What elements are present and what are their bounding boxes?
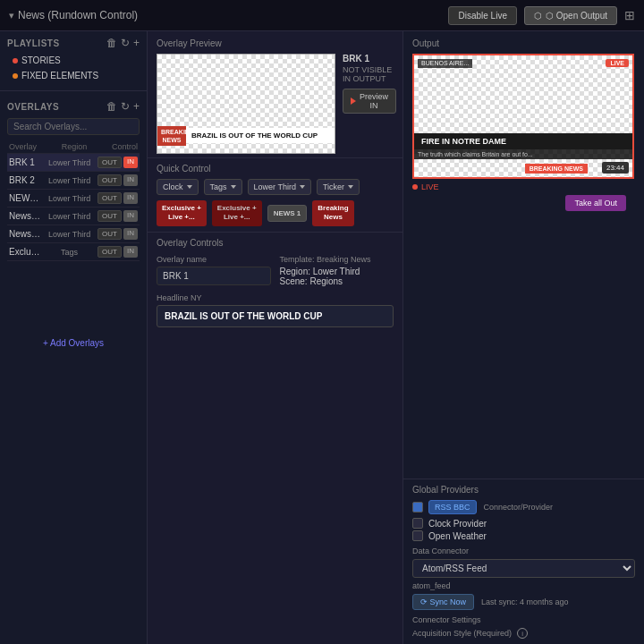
ticker-label: Ticker xyxy=(323,182,344,191)
fire-headline: FIRE IN NOTRE DAME xyxy=(414,133,632,149)
overlay-row-name: News Update xyxy=(9,229,41,239)
clock-dropdown[interactable]: Clock xyxy=(157,179,199,195)
main-layout: Playlists 🗑 ↻ + STORIES FIXED ELEMENTS O… xyxy=(0,31,644,644)
window-title: News (Rundown Control) xyxy=(18,9,138,21)
live-dot xyxy=(412,184,418,190)
out-badge[interactable]: OUT xyxy=(97,174,122,186)
weather-checkbox[interactable] xyxy=(412,530,423,541)
stories-label: STORIES xyxy=(21,55,61,65)
refresh-icon[interactable]: ↻ xyxy=(121,37,130,49)
delete-icon[interactable]: 🗑 xyxy=(106,37,117,49)
sidebar-item-fixed-elements[interactable]: FIXED ELEMENTS xyxy=(7,68,140,83)
add-playlist-icon[interactable]: + xyxy=(133,37,140,49)
top-bar-actions: Disable Live ⬡ ⬡ Open Output ⊞ xyxy=(448,6,635,25)
info-icon[interactable]: i xyxy=(517,628,528,639)
in-badge[interactable]: IN xyxy=(123,157,138,168)
refresh-overlay-icon[interactable]: ↻ xyxy=(121,100,130,113)
preview-item-title: BRK 1 xyxy=(343,54,396,64)
col-overlay: Overlay xyxy=(9,142,37,151)
in-badge[interactable]: IN xyxy=(123,210,138,222)
form-row-name: Overlay name Template: Breaking News Reg… xyxy=(157,255,394,286)
overlay-row-name: BRK 1 xyxy=(9,157,41,167)
in-badge[interactable]: IN xyxy=(123,246,138,258)
tags-dropdown[interactable]: Tags xyxy=(204,179,242,195)
template-label: Template: Breaking News xyxy=(280,255,394,264)
delete-overlay-icon[interactable]: 🗑 xyxy=(106,100,117,113)
live-badge: LIVE xyxy=(606,59,629,67)
search-overlays-input[interactable] xyxy=(7,118,140,135)
add-overlay-icon[interactable]: + xyxy=(133,100,140,113)
quick-control-label: Quick Control xyxy=(157,164,394,174)
rss-badge: RSS BBC xyxy=(428,500,477,514)
table-row[interactable]: News Update Lower Third OUT IN xyxy=(7,225,140,243)
chevron-down-icon xyxy=(231,185,236,189)
overlay-row-region: Lower Third xyxy=(45,158,94,167)
tags-group: Tags xyxy=(204,179,242,195)
global-providers-label: Global Providers xyxy=(412,485,635,495)
in-badge[interactable]: IN xyxy=(123,192,138,204)
rss-type: Connector/Provider xyxy=(484,503,554,512)
live-indicator-text: LIVE xyxy=(421,182,439,191)
chevron-down-icon xyxy=(348,185,353,189)
out-badge[interactable]: OUT xyxy=(97,246,122,258)
table-row[interactable]: NEWS 1 Lower Third OUT IN xyxy=(7,190,140,208)
qc-btn-exclusive-2[interactable]: Exclusive +Live +... xyxy=(212,200,262,226)
output-section: Output LIVE BUENOS AIRE... FIRE IN NOTRE… xyxy=(403,31,644,479)
preview-in-label: Preview IN xyxy=(360,92,388,110)
live-indicator: LIVE xyxy=(412,179,635,195)
overlays-header: Overlays 🗑 ↻ + xyxy=(7,100,140,113)
sidebar-divider xyxy=(0,90,147,91)
out-badge[interactable]: OUT xyxy=(97,228,122,240)
overlay-name-input[interactable] xyxy=(157,267,271,285)
col-region: Region xyxy=(62,142,88,151)
center-content: Overlay Preview BREAKINGNEWS BRAZIL IS O… xyxy=(148,31,402,644)
sync-status: Last sync: 4 months ago xyxy=(481,597,569,606)
playlists-label: Playlists xyxy=(7,38,60,48)
data-connector-label: Data Connector xyxy=(412,547,635,555)
clock-group: Clock xyxy=(157,179,199,195)
connector-settings-label: Connector Settings xyxy=(412,615,635,624)
table-row[interactable]: Exclusive + Live ... Tags OUT IN xyxy=(7,243,140,261)
playlists-actions: 🗑 ↻ + xyxy=(106,37,140,49)
out-badge[interactable]: OUT xyxy=(97,210,122,222)
take-all-out-button[interactable]: Take all Out xyxy=(565,195,626,211)
form-group-template: Template: Breaking News Region: Lower Th… xyxy=(280,255,394,286)
add-overlays-button[interactable]: + Add Overlays xyxy=(7,333,140,353)
headline-input[interactable] xyxy=(157,305,394,327)
overlays-label: Overlays xyxy=(7,102,59,112)
col-control: Control xyxy=(112,142,138,151)
quick-control-row: Clock Tags Lower Third xyxy=(157,179,394,195)
lower-third-dropdown[interactable]: Lower Third xyxy=(248,179,311,195)
form-group-overlay-name: Overlay name xyxy=(157,255,271,286)
sync-now-button[interactable]: ⟳ Sync Now xyxy=(412,594,474,610)
table-row[interactable]: BRK 2 Lower Third OUT IN xyxy=(7,172,140,190)
fixed-elements-dot xyxy=(13,73,18,79)
sidebar-item-stories[interactable]: STORIES xyxy=(7,53,140,68)
in-badge[interactable]: IN xyxy=(123,174,138,186)
weather-provider-row: Open Weather xyxy=(412,530,635,541)
qc-btn-exclusive-1[interactable]: Exclusive +Live +... xyxy=(157,200,207,226)
table-row[interactable]: BRK 1 Lower Third OUT IN xyxy=(7,154,140,172)
preview-item-status: NOT VISIBLE IN OUTPUT xyxy=(343,65,396,83)
overlay-row-controls: OUT IN xyxy=(97,210,138,222)
preview-in-button[interactable]: Preview IN xyxy=(343,89,396,114)
rss-checkbox[interactable] xyxy=(412,502,423,513)
out-badge[interactable]: OUT xyxy=(97,192,122,204)
qc-btn-breaking[interactable]: BreakingNews xyxy=(312,200,353,226)
weather-provider-label: Open Weather xyxy=(428,531,487,541)
table-row[interactable]: News Update Lower Third OUT IN xyxy=(7,208,140,225)
ticker-dropdown[interactable]: Ticker xyxy=(317,179,360,195)
overlay-row-region: Tags xyxy=(45,248,94,257)
clock-checkbox[interactable] xyxy=(412,518,423,529)
in-badge[interactable]: IN xyxy=(123,228,138,240)
acquisition-row: Acquisition Style (Required) i xyxy=(412,628,635,639)
grid-icon[interactable]: ⊞ xyxy=(624,8,635,22)
out-badge[interactable]: OUT xyxy=(97,157,122,168)
playlists-section: Playlists 🗑 ↻ + STORIES FIXED ELEMENTS xyxy=(0,31,147,87)
disable-live-button[interactable]: Disable Live xyxy=(448,6,516,25)
output-canvas: LIVE BUENOS AIRE... FIRE IN NOTRE DAME T… xyxy=(412,54,634,179)
open-output-button[interactable]: ⬡ ⬡ Open Output xyxy=(524,6,617,25)
external-link-icon: ⬡ xyxy=(534,11,542,21)
qc-btn-news1[interactable]: NEWS 1 xyxy=(267,205,308,222)
connector-select[interactable]: Atom/RSS Feed xyxy=(412,559,635,578)
